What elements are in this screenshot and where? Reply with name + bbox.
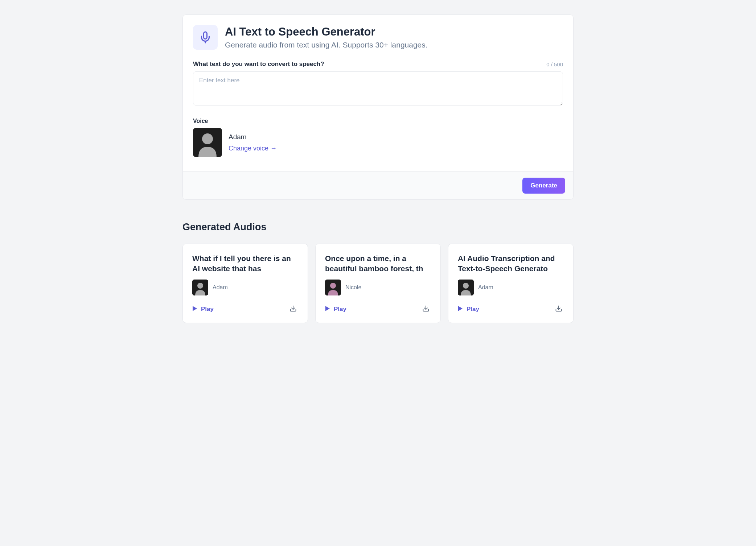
download-icon <box>422 305 430 313</box>
generated-audios-heading: Generated Audios <box>182 222 574 233</box>
download-button[interactable] <box>554 303 564 315</box>
audio-voice-name: Nicole <box>345 284 361 291</box>
audio-card: Once upon a time, in a beautiful bamboo … <box>315 244 441 323</box>
selected-voice-name: Adam <box>229 133 277 141</box>
svg-point-10 <box>463 283 469 289</box>
audio-title: What if I tell you there is an AI websit… <box>192 253 298 274</box>
svg-point-7 <box>330 283 336 289</box>
play-icon <box>325 306 330 313</box>
generate-button[interactable]: Generate <box>522 178 565 194</box>
download-button[interactable] <box>421 303 431 315</box>
play-button[interactable]: Play <box>325 304 346 314</box>
page-subtitle: Generate audio from text using AI. Suppo… <box>225 41 428 49</box>
voice-avatar <box>458 280 474 295</box>
change-voice-link[interactable]: Change voice → <box>229 145 277 152</box>
play-label: Play <box>334 306 346 313</box>
generator-card: AI Text to Speech Generator Generate aud… <box>182 15 574 200</box>
text-input[interactable] <box>193 71 563 106</box>
download-icon <box>555 305 562 313</box>
audio-voice-name: Adam <box>213 284 228 291</box>
text-field-label: What text do you want to convert to spee… <box>193 61 324 68</box>
play-icon <box>192 306 197 313</box>
generated-audios-grid: What if I tell you there is an AI websit… <box>182 244 574 323</box>
voice-section-label: Voice <box>193 118 563 124</box>
character-counter: 0 / 500 <box>546 61 563 67</box>
audio-card: What if I tell you there is an AI websit… <box>182 244 308 323</box>
page-title: AI Text to Speech Generator <box>225 25 428 38</box>
play-label: Play <box>201 306 214 313</box>
voice-avatar <box>193 128 222 157</box>
voice-avatar <box>192 280 208 295</box>
svg-point-4 <box>197 283 203 289</box>
svg-point-2 <box>202 133 213 144</box>
audio-voice-name: Adam <box>478 284 493 291</box>
microphone-icon <box>193 25 218 50</box>
play-button[interactable]: Play <box>192 304 214 314</box>
download-button[interactable] <box>288 303 298 315</box>
audio-card: AI Audio Transcription and Text-to-Speec… <box>448 244 574 323</box>
download-icon <box>289 305 297 313</box>
voice-avatar <box>325 280 341 295</box>
audio-title: AI Audio Transcription and Text-to-Speec… <box>458 253 564 274</box>
play-button[interactable]: Play <box>458 304 479 314</box>
play-label: Play <box>467 306 479 313</box>
play-icon <box>458 306 463 313</box>
audio-title: Once upon a time, in a beautiful bamboo … <box>325 253 431 274</box>
